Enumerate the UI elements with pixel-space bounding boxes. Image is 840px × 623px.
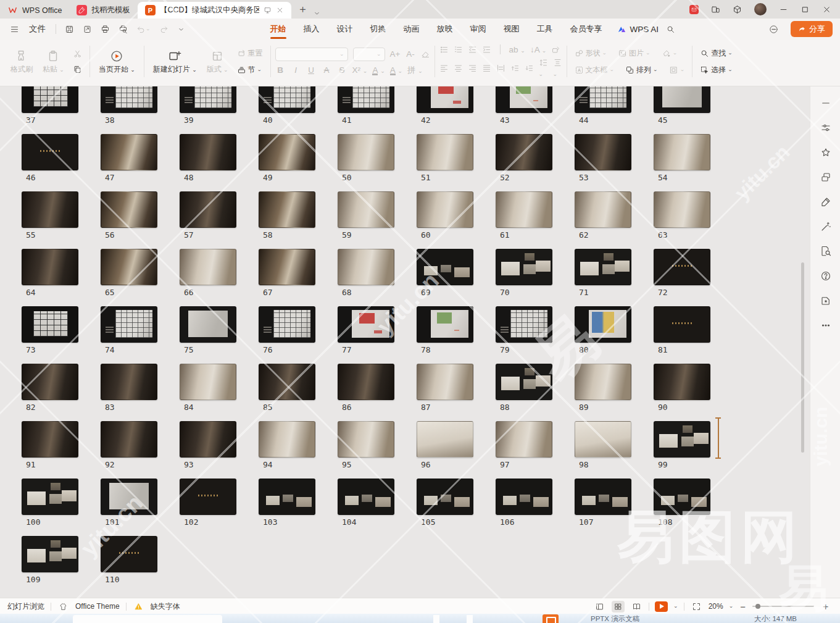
arrange-button[interactable]: 排列 ⌄	[622, 64, 661, 77]
favorites-star-icon[interactable]	[820, 147, 831, 158]
slide-thumbnail[interactable]	[101, 134, 157, 170]
slide-thumbnail[interactable]	[338, 364, 394, 400]
highlight-color-button[interactable]: A ⌄	[390, 65, 402, 75]
shapes-button[interactable]: 形状 ⌄	[572, 47, 610, 60]
font-size-select[interactable]: ⌄	[353, 48, 385, 61]
slide-thumbnail[interactable]	[101, 536, 157, 572]
new-slide-button[interactable]: 新建幻灯片 ⌄	[149, 48, 201, 75]
help-icon[interactable]	[820, 270, 831, 282]
slide-thumbnail[interactable]	[22, 479, 78, 515]
slide-thumbnail[interactable]	[654, 479, 710, 515]
user-avatar[interactable]	[754, 3, 767, 15]
assistant-icon[interactable]	[765, 23, 782, 36]
slide-thumbnail[interactable]	[417, 134, 473, 170]
ribbon-tab-5[interactable]: 放映	[428, 19, 462, 40]
slide-thumbnail[interactable]	[22, 191, 78, 228]
settings-sliders-icon[interactable]	[820, 122, 831, 133]
zoom-chevron-icon[interactable]: ⌄	[729, 604, 734, 609]
slide-thumbnail[interactable]	[417, 249, 473, 285]
slide-sorter-view-button[interactable]	[612, 601, 625, 613]
textbox-button[interactable]: 文本框 ⌄	[572, 64, 618, 77]
play-options-chevron-icon[interactable]: ⌄	[673, 604, 678, 609]
slide-thumbnail[interactable]	[654, 364, 710, 400]
slide-thumbnail[interactable]	[417, 421, 473, 458]
tab-docer-templates[interactable]: 找稻壳模板	[69, 2, 138, 19]
layout-button[interactable]: 版式 ⌄	[202, 48, 233, 75]
font-color-button[interactable]: A ⌄	[372, 65, 385, 75]
increase-font-button[interactable]: A+	[390, 49, 401, 59]
slide-thumbnail[interactable]	[22, 249, 78, 285]
slide-thumbnail[interactable]	[259, 134, 315, 170]
slide-thumbnail[interactable]	[575, 364, 631, 400]
slide-thumbnail[interactable]	[654, 306, 710, 343]
slide-thumbnail[interactable]	[338, 249, 394, 285]
slide-thumbnail[interactable]	[654, 134, 710, 170]
slide-thumbnail[interactable]	[654, 249, 710, 285]
share-button[interactable]: 分享	[791, 21, 833, 37]
superscript-button[interactable]: X² ⌄	[352, 65, 368, 75]
slide-thumbnail[interactable]	[496, 364, 552, 400]
file-menu[interactable]: 文件	[24, 23, 51, 35]
slide-thumbnail[interactable]	[101, 306, 157, 343]
sticker-note-icon[interactable]	[820, 295, 831, 306]
undo-icon[interactable]: ⌄	[133, 23, 154, 36]
slide-thumbnail[interactable]	[259, 306, 315, 343]
normal-view-button[interactable]	[593, 601, 606, 613]
present-monitor-icon[interactable]	[264, 6, 272, 14]
slide-thumbnail[interactable]	[338, 306, 394, 343]
vertical-text-button[interactable]: ↓A ⌄	[530, 45, 546, 54]
fit-to-window-button[interactable]	[690, 601, 703, 613]
select-button[interactable]: 选择 ⌄	[697, 64, 736, 77]
doc-search-icon[interactable]	[820, 246, 831, 257]
underline-button[interactable]: U	[306, 65, 317, 75]
slide-thumbnail[interactable]	[417, 479, 473, 515]
ribbon-tab-7[interactable]: 视图	[495, 19, 528, 40]
ribbon-tab-1[interactable]: 插入	[295, 19, 328, 40]
slide-thumbnail[interactable]	[22, 134, 78, 170]
slide-thumbnail[interactable]	[575, 134, 631, 170]
main-menu-icon[interactable]	[6, 23, 23, 36]
align-right-button[interactable]	[468, 64, 477, 73]
export-icon[interactable]	[79, 23, 96, 36]
slide-thumbnail[interactable]	[101, 191, 157, 228]
justify-button[interactable]	[482, 64, 491, 73]
slide-thumbnail[interactable]	[180, 479, 236, 515]
search-icon[interactable]	[662, 23, 679, 36]
line-spacing-button[interactable]: ⌄	[539, 58, 548, 78]
copy-button[interactable]	[70, 64, 85, 75]
slide-thumbnail[interactable]	[22, 421, 78, 458]
italic-button[interactable]: I	[291, 65, 301, 75]
play-from-current-button[interactable]: 当页开始 ⌄	[94, 48, 139, 75]
close-button[interactable]	[822, 5, 831, 14]
slide-thumbnail[interactable]	[22, 536, 78, 572]
slide-thumbnail[interactable]	[22, 364, 78, 400]
slide-thumbnail[interactable]	[101, 479, 157, 515]
align-center-button[interactable]	[454, 64, 463, 73]
slide-thumbnail[interactable]	[338, 191, 394, 228]
slide-thumbnail[interactable]	[338, 479, 394, 515]
slide-thumbnail[interactable]	[575, 191, 631, 228]
slide-thumbnail[interactable]	[101, 364, 157, 400]
tab-close-icon[interactable]	[276, 6, 284, 14]
ribbon-tab-3[interactable]: 切换	[362, 19, 395, 40]
column-spacing-up-button[interactable]	[510, 64, 520, 73]
slide-thumbnail[interactable]	[654, 191, 710, 228]
slide-thumbnail[interactable]	[496, 306, 552, 343]
outline-button[interactable]: ⌄	[666, 64, 688, 76]
distribute-button[interactable]	[496, 64, 505, 73]
slide-thumbnail[interactable]	[101, 86, 157, 113]
slide-thumbnail[interactable]	[22, 86, 78, 113]
slideshow-play-button[interactable]	[655, 601, 668, 612]
magic-wand-icon[interactable]	[820, 221, 831, 232]
reading-view-button[interactable]	[630, 601, 643, 613]
slide-thumbnail[interactable]	[180, 306, 236, 343]
ribbon-tab-6[interactable]: 审阅	[462, 19, 495, 40]
numbering-button[interactable]	[454, 45, 463, 54]
slide-thumbnail[interactable]	[496, 479, 552, 515]
quickbar-chevron-icon[interactable]	[173, 23, 189, 35]
column-spacing-down-button[interactable]	[525, 64, 534, 73]
missing-font-label[interactable]: 缺失字体	[151, 601, 180, 612]
slide-thumbnail[interactable]	[180, 86, 236, 113]
slide-thumbnail[interactable]	[496, 134, 552, 170]
increase-indent-button[interactable]	[482, 45, 491, 54]
